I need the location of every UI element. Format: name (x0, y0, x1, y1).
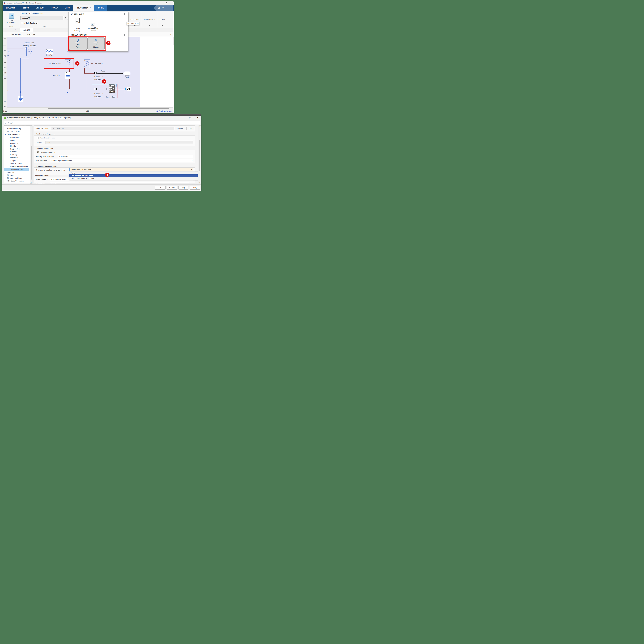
ribbon-tab[interactable]: SIGNAL✕ (94, 5, 107, 11)
c-code-settings-icon[interactable]: C (75, 18, 80, 23)
severity-dropdown[interactable]: Fatal (45, 141, 193, 144)
cs-measure-wire-h[interactable] (69, 89, 95, 89)
ribbon-tab[interactable]: SIMULATION✕ (3, 5, 20, 11)
tree-item[interactable]: Templates (4, 159, 29, 162)
left-rail-wire[interactable] (20, 58, 21, 92)
controlled-voltage-source-label[interactable]: Controlled Voltage Source (17, 41, 42, 47)
tree-item[interactable]: Simulation Target (4, 130, 29, 133)
ribbon-tab[interactable]: MODELING✕ (32, 5, 48, 11)
status-solver[interactable]: auto(FixedStepDiscrete) (139, 110, 172, 112)
c-code-settings-button[interactable]: C CodeSettings (70, 27, 85, 32)
up-to-parent-icon[interactable]: ↑ (15, 29, 16, 31)
verify-group-label[interactable]: VERIFY (158, 19, 167, 21)
vout-outport-block[interactable]: 1 (124, 72, 130, 75)
save-icon[interactable] (158, 7, 160, 9)
tree-item[interactable]: Code Style (4, 153, 29, 156)
vout-signal-wire[interactable] (98, 73, 123, 74)
forward-icon[interactable]: → (10, 29, 12, 31)
voltage-sensor-label[interactable]: Voltage Sensor (91, 62, 110, 65)
minimize-button[interactable] (160, 2, 162, 4)
help-button[interactable]: Help (178, 186, 188, 190)
breadcrumb-model[interactable]: simscape_dpi (11, 34, 20, 35)
view-results-chevron-down-icon[interactable] (149, 25, 151, 26)
include-testbench-checkbox[interactable] (21, 22, 23, 24)
expand-palette-icon[interactable]: ≫ (4, 105, 6, 108)
canvas-horizontal-scrollbar-thumb[interactable] (48, 108, 169, 109)
verify-chevron-down-icon[interactable] (161, 25, 163, 26)
breadcrumb-dropdown-icon[interactable]: ▾ (170, 33, 171, 35)
tab-close-icon[interactable]: ✕ (90, 7, 91, 9)
tree-item[interactable]: Model Referencing (4, 127, 29, 130)
tree-item[interactable]: Data Type Replacement (4, 165, 29, 168)
annotation-icon[interactable]: A≡ (4, 66, 6, 69)
main-scrollbar-thumb[interactable] (199, 140, 200, 171)
tree-item[interactable]: Optimization (4, 136, 29, 139)
vout-signal-label[interactable]: Vout (98, 70, 108, 73)
tree-item[interactable]: SystemVerilog DPI (4, 168, 29, 171)
model-canvas-right[interactable] (140, 37, 173, 107)
wire-cvs-return[interactable] (21, 58, 29, 58)
ribbon-tab[interactable]: HDL VERIFIER✕ (73, 5, 94, 11)
resistor-label[interactable]: Resistor (45, 54, 54, 57)
maximize-button[interactable] (165, 2, 167, 4)
pin-button[interactable] (64, 16, 68, 20)
hide-browser-icon[interactable]: ◂ (4, 38, 6, 41)
edit-button[interactable]: Edit (187, 127, 194, 130)
generate-group-label[interactable]: GENERATE (128, 19, 141, 21)
tree-item[interactable]: Coverage (4, 171, 29, 174)
vs-measure-wire-v[interactable] (84, 68, 85, 74)
main-scrollbar[interactable]: ▲▼ (199, 125, 201, 184)
access-function-combo[interactable]: One function per Test Point (69, 168, 193, 171)
dialog-maximize-button[interactable] (189, 117, 191, 119)
browse-button[interactable]: Browse... (175, 127, 187, 130)
tree-item[interactable]: Interface (4, 150, 29, 153)
tree-item[interactable]: Hardware Implementation (4, 125, 29, 127)
tree-item[interactable]: Comments (4, 142, 29, 145)
vout-port-label[interactable]: Vout (123, 76, 132, 79)
undo-icon[interactable] (162, 7, 164, 9)
fit-to-view-icon[interactable]: ⤢ (4, 55, 6, 58)
bottom-rail-wire[interactable] (21, 92, 87, 92)
document-tab[interactable]: analogLPF (20, 28, 33, 32)
tree-scrollbar-thumb[interactable] (31, 146, 32, 180)
tree-item[interactable]: Simscape Multibody (4, 177, 29, 180)
component-name-input[interactable]: analogLPF (20, 16, 63, 20)
electrical-reference-block[interactable] (18, 96, 23, 102)
tree-item[interactable]: HDL Code Generation (4, 180, 29, 183)
capacitor-label[interactable]: Capacitor (51, 74, 61, 77)
wire-vs-to-rail[interactable] (87, 68, 87, 92)
generate-testbench-checkbox[interactable] (37, 151, 39, 153)
resistor-block[interactable]: + - (46, 49, 53, 54)
wire-capacitor-to-rail[interactable] (68, 79, 68, 92)
ribbon-tab[interactable]: DEBUG✕ (20, 5, 32, 11)
tree-item[interactable]: Custom Code (4, 148, 29, 151)
dropdown-option[interactable]: None (69, 172, 198, 174)
dialog-close-button[interactable] (196, 117, 198, 119)
viewers-icon[interactable]: ▥ (4, 100, 6, 103)
ground-stem-wire[interactable] (20, 92, 21, 97)
create-area-icon[interactable] (4, 76, 6, 79)
tree-item[interactable]: Report (4, 139, 29, 142)
zoom-icon[interactable]: ⊕ (4, 49, 6, 52)
systemverilog-settings-button[interactable]: SystemVerilogSettings (84, 27, 101, 32)
tree-scrollbar[interactable]: ▲▼ (30, 126, 32, 184)
ribbon-tab[interactable]: FORMAT✕ (48, 5, 62, 11)
back-icon[interactable]: ← (5, 29, 7, 31)
panel-collapse-chevrons-icon[interactable] (124, 34, 125, 36)
dropdown-option[interactable]: One function for all Test Points (69, 177, 198, 180)
capacitor-block[interactable]: + ' (65, 72, 70, 79)
hdl-simulator-dropdown[interactable]: Siemens Questa/ModelSim (50, 159, 193, 162)
collapse-ribbon-icon[interactable] (170, 25, 172, 27)
tree-item[interactable]: Simscape (4, 174, 29, 177)
canvas-vertical-scrollbar[interactable] (173, 37, 174, 107)
vs-measure-wire-h[interactable] (84, 73, 95, 74)
apply-button[interactable]: Apply (190, 186, 200, 190)
tree-item[interactable]: Verification (4, 156, 29, 159)
more-options-icon[interactable] (166, 7, 168, 9)
cancel-button[interactable]: Cancel (167, 186, 177, 190)
panel-expand-chevrons-icon[interactable] (124, 13, 125, 15)
route-signals-icon[interactable]: ⇉ (4, 61, 6, 64)
draw-curve-icon[interactable]: ∿ (4, 71, 6, 74)
tree-item[interactable]: Code Generation (4, 133, 29, 136)
dpi-generation-label[interactable]: DPI Generation (5, 19, 18, 24)
